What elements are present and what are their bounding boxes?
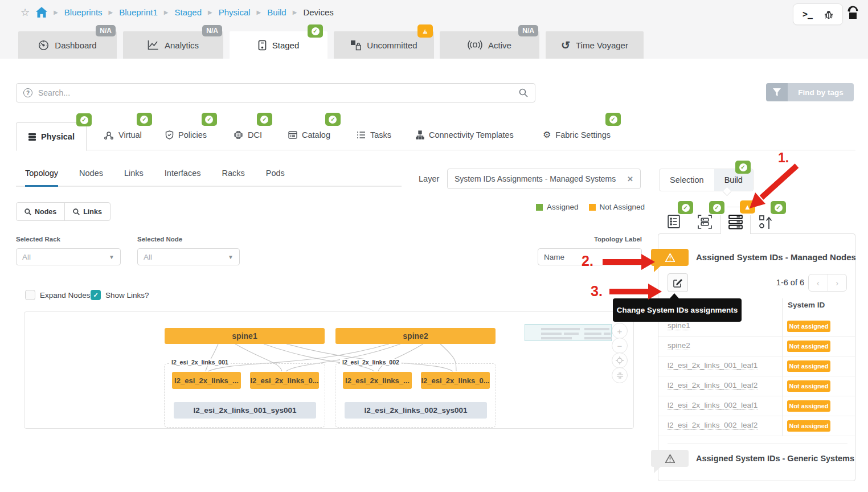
favorite-star-icon[interactable]: ☆	[21, 7, 30, 18]
zoom-out-button[interactable]: −	[612, 338, 628, 354]
tab-analytics[interactable]: Analytics N/A	[123, 31, 223, 59]
topology-node-generic-system[interactable]: l2_esi_2x_links_001_sys001	[174, 402, 316, 419]
layer-value: System IDs Assignments - Managed Systems	[455, 174, 627, 183]
pagination-controls: ‹ ›	[808, 274, 847, 292]
minimap[interactable]	[525, 324, 612, 341]
staged-file-icon	[258, 40, 267, 51]
crosshair-icon	[616, 356, 624, 364]
selected-rack-select[interactable]: All ▼	[16, 248, 121, 265]
tab-label: Policies	[178, 130, 207, 140]
annotation-step-2: 2.	[582, 253, 593, 269]
next-page-button[interactable]: ›	[828, 274, 847, 291]
shield-icon	[165, 130, 174, 140]
status-badge: Not assigned	[787, 380, 830, 392]
node-link[interactable]: l2_esi_2x_links_002_leaf2	[668, 421, 758, 430]
locate-target-button[interactable]	[612, 352, 628, 368]
fabric-settings-gear-icon: ⚙	[543, 130, 551, 140]
status-badge: Not assigned	[787, 400, 830, 412]
search-links-button[interactable]: Links	[64, 202, 110, 221]
broadcast-icon	[468, 40, 482, 50]
node-link[interactable]: l2_esi_2x_links_001_leaf1	[668, 361, 758, 370]
chevron-down-icon: ▼	[109, 254, 114, 260]
nodes-button-label: Nodes	[35, 208, 56, 216]
prev-page-button[interactable]: ‹	[809, 274, 828, 291]
section-divider	[668, 444, 847, 444]
managed-nodes-heading: Assigned System IDs - Managed Nodes	[696, 252, 856, 262]
node-link[interactable]: l2_esi_2x_links_001_leaf2	[668, 381, 758, 390]
breadcrumb-physical[interactable]: Physical	[219, 7, 251, 17]
status-badge-check: ✓	[257, 113, 272, 126]
terminal-icon[interactable]: >_	[803, 9, 813, 19]
view-tab-racks[interactable]: Racks	[222, 169, 245, 186]
tab-virtual[interactable]: Virtual ✓	[104, 130, 142, 140]
topology-canvas[interactable]: spine1 spine2 l2_esi_2x_links_001 l2_esi…	[24, 311, 634, 429]
breadcrumb-build[interactable]: Build	[267, 7, 286, 17]
topology-node-leaf[interactable]: l2_esi_2x_links_...	[172, 372, 241, 389]
checkbox-checked[interactable]: ✓	[91, 290, 101, 300]
topology-node-leaf[interactable]: l2_esi_2x_links_0...	[250, 372, 319, 389]
node-link[interactable]: spine1	[668, 321, 690, 330]
view-tab-pods[interactable]: Pods	[266, 169, 285, 186]
clear-layer-icon[interactable]: ✕	[627, 175, 633, 183]
warning-triangle-icon	[665, 253, 675, 262]
topology-node-leaf[interactable]: l2_esi_2x_links_0...	[421, 372, 490, 389]
layer-select[interactable]: System IDs Assignments - Managed Systems…	[447, 169, 641, 189]
selected-node-label: Selected Node	[137, 236, 182, 243]
breadcrumb-blueprint1[interactable]: Blueprint1	[119, 7, 158, 17]
status-badge-na: N/A	[518, 25, 538, 36]
chevron-left-icon: ‹	[817, 278, 820, 288]
annotation-step-1: 1.	[778, 150, 789, 166]
tooltip: Change System IDs assignments	[613, 298, 742, 322]
tab-policies[interactable]: Policies ✓	[165, 130, 207, 140]
topology-node-spine2[interactable]: spine2	[335, 328, 496, 344]
tab-time-voyager[interactable]: ↺ Time Voyager	[546, 31, 644, 59]
topology-node-leaf[interactable]: l2_esi_2x_links_...	[343, 372, 412, 389]
tab-uncommitted[interactable]: Uncommitted ▲!	[334, 31, 434, 59]
fit-to-screen-button[interactable]	[612, 367, 628, 383]
tab-connectivity-templates[interactable]: Connectivity Templates	[416, 130, 514, 140]
tab-tasks[interactable]: Tasks	[357, 130, 391, 140]
show-links-label: Show Links?	[105, 291, 149, 300]
build-racks-icon[interactable]	[698, 215, 715, 229]
checkbox-unchecked[interactable]	[25, 290, 35, 300]
tab-staged[interactable]: Staged ✓	[230, 31, 327, 59]
view-tab-interfaces[interactable]: Interfaces	[165, 169, 201, 186]
status-badge-check: ✓	[308, 24, 323, 38]
node-link[interactable]: spine2	[668, 341, 690, 350]
tab-catalog[interactable]: Catalog ✓	[288, 130, 330, 140]
selected-node-value: All	[144, 253, 228, 261]
change-system-ids-button[interactable]	[668, 273, 688, 292]
home-icon[interactable]	[36, 7, 47, 18]
topology-node-generic-system[interactable]: l2_esi_2x_links_002_sys001	[345, 402, 487, 419]
search-nodes-button[interactable]: Nodes	[16, 202, 65, 221]
breadcrumb-blueprints[interactable]: Blueprints	[64, 7, 103, 17]
search-input[interactable]	[38, 88, 513, 97]
topology-node-spine1[interactable]: spine1	[165, 328, 325, 344]
show-links-toggle[interactable]: ✓ Show Links?	[91, 290, 149, 300]
network-graph-icon	[104, 131, 114, 140]
tab-dashboard[interactable]: Dashboard N/A	[18, 31, 117, 59]
help-circle-icon[interactable]: ?	[23, 88, 32, 97]
search-icon[interactable]	[519, 88, 528, 97]
tab-physical[interactable]: Physical ✓	[16, 122, 87, 151]
view-tab-links[interactable]: Links	[124, 169, 144, 186]
tab-fabric-settings[interactable]: ⚙ Fabric Settings ✓	[543, 130, 611, 140]
tab-selection[interactable]: Selection	[660, 169, 714, 191]
view-tab-nodes[interactable]: Nodes	[79, 169, 103, 186]
tab-dci[interactable]: DCI ✓	[234, 130, 262, 140]
topology-group-002: l2_esi_2x_links_002 l2_esi_2x_links_... …	[335, 363, 496, 428]
build-deploy-icon[interactable]	[759, 215, 776, 229]
zoom-in-button[interactable]: +	[612, 323, 628, 339]
expand-nodes-toggle[interactable]: Expand Nodes?	[25, 290, 95, 300]
bug-icon[interactable]	[824, 10, 833, 19]
build-checklist-icon[interactable]	[668, 215, 685, 229]
view-tab-topology[interactable]: Topology	[25, 169, 58, 187]
build-system-ids-icon[interactable]	[728, 215, 746, 229]
breadcrumb-staged[interactable]: Staged	[175, 7, 202, 17]
find-by-tags-button[interactable]: Find by tags	[766, 83, 854, 101]
tab-label: Catalog	[302, 130, 330, 140]
unlock-icon[interactable]	[847, 6, 861, 22]
selected-node-select[interactable]: All ▼	[137, 248, 240, 265]
node-link[interactable]: l2_esi_2x_links_002_leaf1	[668, 401, 758, 410]
tab-active[interactable]: Active N/A	[440, 31, 539, 59]
